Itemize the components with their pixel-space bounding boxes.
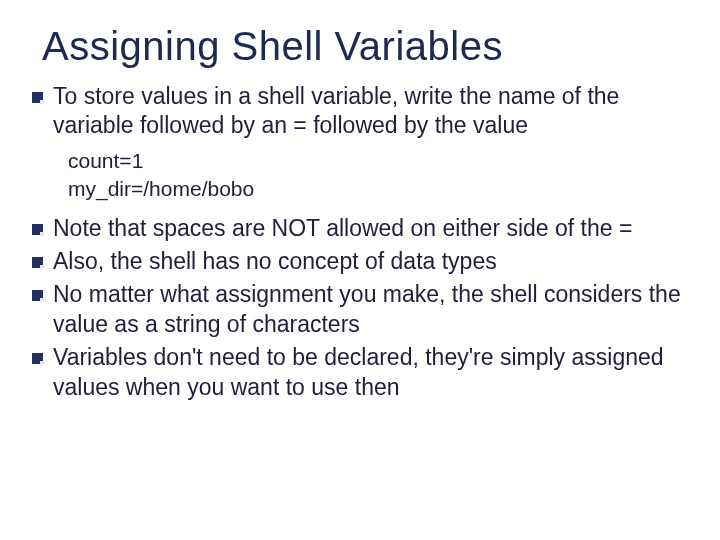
square-bullet-icon bbox=[32, 257, 43, 268]
bullet-text: Note that spaces are NOT allowed on eith… bbox=[53, 214, 632, 243]
bullet-item: No matter what assignment you make, the … bbox=[32, 280, 692, 339]
square-bullet-icon bbox=[32, 290, 43, 301]
square-bullet-icon bbox=[32, 92, 43, 103]
bullet-text: To store values in a shell variable, wri… bbox=[53, 82, 692, 141]
bullet-item: Note that spaces are NOT allowed on eith… bbox=[32, 214, 692, 243]
bullet-item: To store values in a shell variable, wri… bbox=[32, 82, 692, 141]
square-bullet-icon bbox=[32, 224, 43, 235]
slide: Assigning Shell Variables To store value… bbox=[0, 0, 720, 540]
page-title: Assigning Shell Variables bbox=[42, 24, 692, 68]
bullet-item: Also, the shell has no concept of data t… bbox=[32, 247, 692, 276]
square-bullet-icon bbox=[32, 353, 43, 364]
bullet-text: Variables don't need to be declared, the… bbox=[53, 343, 692, 402]
code-line: my_dir=/home/bobo bbox=[68, 175, 692, 203]
code-example: count=1 my_dir=/home/bobo bbox=[68, 147, 692, 204]
bullet-item: Variables don't need to be declared, the… bbox=[32, 343, 692, 402]
bullet-text: Also, the shell has no concept of data t… bbox=[53, 247, 497, 276]
code-line: count=1 bbox=[68, 147, 692, 175]
bullet-text: No matter what assignment you make, the … bbox=[53, 280, 692, 339]
